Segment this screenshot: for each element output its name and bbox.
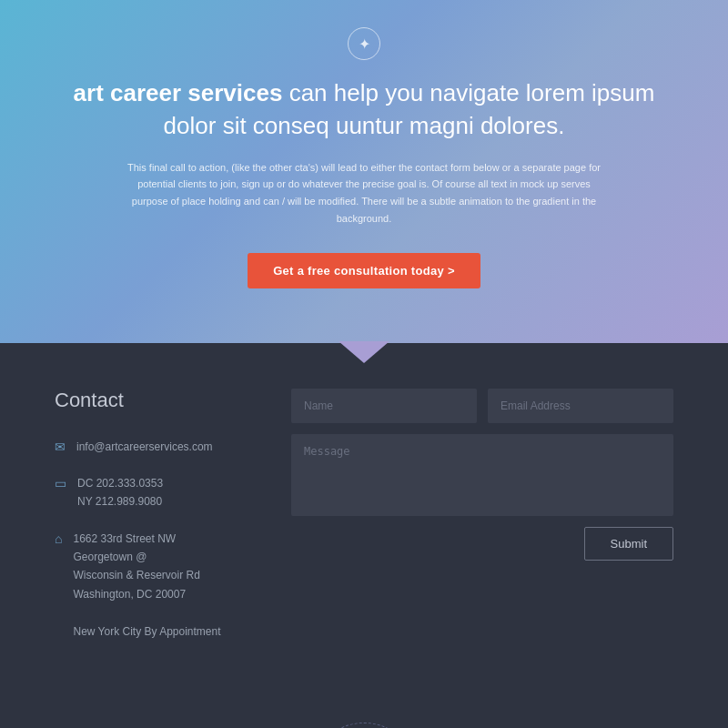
contact-address-item: ⌂ 1662 33rd Street NW Georgetown @ Wisco… (55, 530, 237, 641)
address-text: 1662 33rd Street NW Georgetown @ Wiscons… (73, 530, 220, 641)
email-input[interactable] (488, 389, 673, 423)
email-icon: ✉ (55, 440, 66, 454)
contact-heading: Contact (55, 389, 237, 412)
email-address: info@artcareerservices.com (76, 438, 213, 456)
cta-button[interactable]: Get a free consultation today > (248, 253, 480, 288)
compass-icon: ✦ (348, 27, 380, 60)
phone-icon: ▭ (55, 476, 66, 490)
arrow-down-decoration (339, 341, 389, 363)
contact-email-item: ✉ info@artcareerservices.com (55, 438, 237, 456)
form-submit-row: Submit (291, 527, 673, 561)
logo-section: art career services (0, 695, 728, 728)
form-name-email-row (291, 389, 673, 423)
contact-section: Contact ✉ info@artcareerservices.com ▭ D… (0, 343, 728, 696)
message-input[interactable] (291, 434, 673, 516)
contact-form: Submit (291, 389, 673, 660)
name-input[interactable] (291, 389, 477, 423)
phone-dc: DC 202.333.0353 (77, 477, 163, 490)
submit-button[interactable]: Submit (584, 527, 673, 561)
contact-info: Contact ✉ info@artcareerservices.com ▭ D… (55, 389, 237, 660)
brand-name: art career services (74, 79, 283, 106)
phone-ny: NY 212.989.9080 (77, 495, 162, 508)
hero-section: ✦ art career services can help you navig… (0, 0, 728, 343)
hero-headline: art career services can help you navigat… (73, 76, 655, 143)
hero-body: This final call to action, (like the oth… (127, 159, 601, 228)
location-icon: ⌂ (55, 531, 62, 546)
phone-numbers: DC 202.333.0353 NY 212.989.9080 (77, 474, 163, 511)
logo-circle: art career services (309, 723, 419, 728)
contact-phone-item: ▭ DC 202.333.0353 NY 212.989.9080 (55, 474, 237, 511)
